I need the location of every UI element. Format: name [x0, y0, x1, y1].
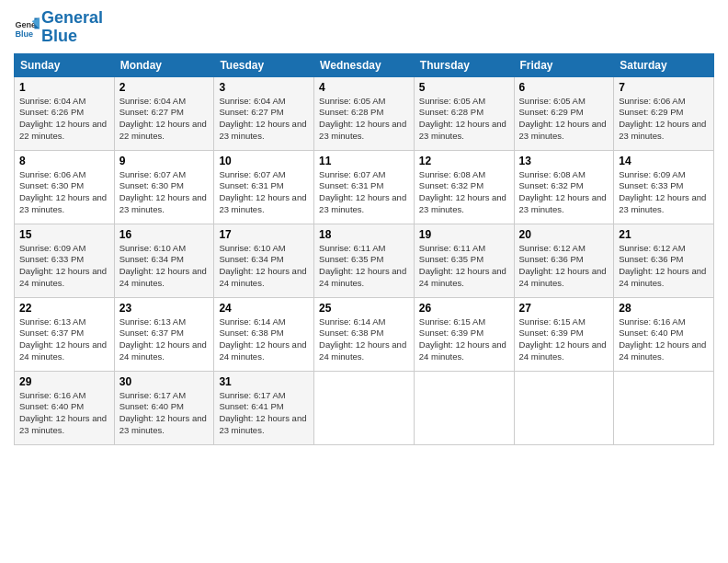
day-info: Sunrise: 6:06 AMSunset: 6:29 PMDaylight:… [619, 96, 709, 143]
day-info: Sunrise: 6:10 AMSunset: 6:34 PMDaylight:… [119, 243, 210, 290]
calendar-cell: 28Sunrise: 6:16 AMSunset: 6:40 PMDayligh… [614, 297, 714, 371]
calendar-cell [614, 371, 714, 444]
calendar-week-1: 1Sunrise: 6:04 AMSunset: 6:26 PMDaylight… [15, 76, 714, 150]
day-info: Sunrise: 6:05 AMSunset: 6:28 PMDaylight:… [419, 96, 509, 143]
day-number: 16 [119, 228, 210, 241]
calendar-cell [514, 371, 614, 444]
calendar-cell: 31Sunrise: 6:17 AMSunset: 6:41 PMDayligh… [214, 371, 314, 444]
svg-text:Blue: Blue [15, 29, 33, 39]
calendar-cell: 16Sunrise: 6:10 AMSunset: 6:34 PMDayligh… [114, 224, 214, 297]
day-number: 29 [19, 375, 109, 388]
day-number: 5 [419, 81, 509, 94]
calendar-dow-thursday: Thursday [414, 53, 514, 76]
calendar-dow-sunday: Sunday [15, 53, 115, 76]
day-number: 15 [19, 228, 109, 241]
calendar-cell: 2Sunrise: 6:04 AMSunset: 6:27 PMDaylight… [114, 76, 214, 150]
calendar-cell: 13Sunrise: 6:08 AMSunset: 6:32 PMDayligh… [514, 150, 614, 224]
calendar-week-4: 22Sunrise: 6:13 AMSunset: 6:37 PMDayligh… [15, 297, 714, 371]
logo-name: GeneralBlue [41, 9, 103, 46]
day-number: 1 [19, 81, 109, 94]
day-info: Sunrise: 6:11 AMSunset: 6:35 PMDaylight:… [419, 243, 509, 290]
day-number: 31 [219, 375, 309, 388]
day-number: 24 [219, 302, 309, 315]
calendar-cell: 22Sunrise: 6:13 AMSunset: 6:37 PMDayligh… [15, 297, 115, 371]
day-info: Sunrise: 6:14 AMSunset: 6:38 PMDaylight:… [319, 316, 409, 363]
day-info: Sunrise: 6:07 AMSunset: 6:31 PMDaylight:… [319, 169, 409, 216]
calendar-cell: 19Sunrise: 6:11 AMSunset: 6:35 PMDayligh… [414, 224, 514, 297]
day-info: Sunrise: 6:09 AMSunset: 6:33 PMDaylight:… [619, 169, 709, 216]
day-number: 3 [219, 81, 309, 94]
page: General Blue GeneralBlue SundayMondayTue… [0, 0, 728, 563]
calendar-cell: 21Sunrise: 6:12 AMSunset: 6:36 PMDayligh… [614, 224, 714, 297]
day-info: Sunrise: 6:14 AMSunset: 6:38 PMDaylight:… [219, 316, 309, 363]
calendar-cell: 27Sunrise: 6:15 AMSunset: 6:39 PMDayligh… [514, 297, 614, 371]
day-number: 20 [519, 228, 609, 241]
day-info: Sunrise: 6:16 AMSunset: 6:40 PMDaylight:… [619, 316, 709, 363]
day-number: 9 [119, 155, 210, 167]
day-number: 11 [319, 155, 409, 167]
day-number: 26 [419, 302, 509, 315]
calendar-cell: 25Sunrise: 6:14 AMSunset: 6:38 PMDayligh… [314, 297, 415, 371]
day-number: 2 [119, 81, 210, 94]
day-info: Sunrise: 6:08 AMSunset: 6:32 PMDaylight:… [519, 169, 609, 216]
calendar-cell: 11Sunrise: 6:07 AMSunset: 6:31 PMDayligh… [314, 150, 415, 224]
day-info: Sunrise: 6:15 AMSunset: 6:39 PMDaylight:… [419, 316, 509, 363]
calendar-cell: 29Sunrise: 6:16 AMSunset: 6:40 PMDayligh… [15, 371, 115, 444]
day-number: 14 [619, 155, 709, 167]
calendar-cell: 14Sunrise: 6:09 AMSunset: 6:33 PMDayligh… [614, 150, 714, 224]
calendar-dow-wednesday: Wednesday [314, 53, 415, 76]
day-number: 13 [519, 155, 609, 167]
calendar-dow-friday: Friday [514, 53, 614, 76]
day-info: Sunrise: 6:05 AMSunset: 6:29 PMDaylight:… [519, 96, 609, 143]
calendar-week-2: 8Sunrise: 6:06 AMSunset: 6:30 PMDaylight… [15, 150, 714, 224]
day-number: 19 [419, 228, 509, 241]
day-info: Sunrise: 6:12 AMSunset: 6:36 PMDaylight:… [519, 243, 609, 290]
calendar-cell: 1Sunrise: 6:04 AMSunset: 6:26 PMDaylight… [15, 76, 115, 150]
calendar-cell [414, 371, 514, 444]
calendar-cell: 4Sunrise: 6:05 AMSunset: 6:28 PMDaylight… [314, 76, 415, 150]
calendar-table: SundayMondayTuesdayWednesdayThursdayFrid… [14, 53, 714, 445]
calendar-week-3: 15Sunrise: 6:09 AMSunset: 6:33 PMDayligh… [15, 224, 714, 297]
day-info: Sunrise: 6:11 AMSunset: 6:35 PMDaylight:… [319, 243, 409, 290]
day-info: Sunrise: 6:07 AMSunset: 6:30 PMDaylight:… [119, 169, 210, 216]
calendar-cell: 5Sunrise: 6:05 AMSunset: 6:28 PMDaylight… [414, 76, 514, 150]
day-info: Sunrise: 6:04 AMSunset: 6:27 PMDaylight:… [119, 96, 210, 143]
day-info: Sunrise: 6:04 AMSunset: 6:27 PMDaylight:… [219, 96, 309, 143]
calendar-cell: 17Sunrise: 6:10 AMSunset: 6:34 PMDayligh… [214, 224, 314, 297]
calendar-cell: 7Sunrise: 6:06 AMSunset: 6:29 PMDaylight… [614, 76, 714, 150]
calendar-cell: 6Sunrise: 6:05 AMSunset: 6:29 PMDaylight… [514, 76, 614, 150]
calendar-cell: 23Sunrise: 6:13 AMSunset: 6:37 PMDayligh… [114, 297, 214, 371]
day-number: 7 [619, 81, 709, 94]
day-info: Sunrise: 6:17 AMSunset: 6:41 PMDaylight:… [219, 390, 309, 437]
calendar-dow-saturday: Saturday [614, 53, 714, 76]
day-info: Sunrise: 6:09 AMSunset: 6:33 PMDaylight:… [19, 243, 109, 290]
day-info: Sunrise: 6:04 AMSunset: 6:26 PMDaylight:… [19, 96, 109, 143]
day-number: 21 [619, 228, 709, 241]
calendar-cell: 26Sunrise: 6:15 AMSunset: 6:39 PMDayligh… [414, 297, 514, 371]
day-number: 4 [319, 81, 409, 94]
day-info: Sunrise: 6:08 AMSunset: 6:32 PMDaylight:… [419, 169, 509, 216]
day-info: Sunrise: 6:16 AMSunset: 6:40 PMDaylight:… [19, 390, 109, 437]
calendar-cell: 3Sunrise: 6:04 AMSunset: 6:27 PMDaylight… [214, 76, 314, 150]
calendar-cell [314, 371, 415, 444]
day-number: 22 [19, 302, 109, 315]
day-info: Sunrise: 6:07 AMSunset: 6:31 PMDaylight:… [219, 169, 309, 216]
calendar-cell: 18Sunrise: 6:11 AMSunset: 6:35 PMDayligh… [314, 224, 415, 297]
day-number: 28 [619, 302, 709, 315]
calendar-cell: 24Sunrise: 6:14 AMSunset: 6:38 PMDayligh… [214, 297, 314, 371]
calendar-cell: 30Sunrise: 6:17 AMSunset: 6:40 PMDayligh… [114, 371, 214, 444]
day-number: 8 [19, 155, 109, 167]
calendar-cell: 20Sunrise: 6:12 AMSunset: 6:36 PMDayligh… [514, 224, 614, 297]
day-number: 18 [319, 228, 409, 241]
day-number: 27 [519, 302, 609, 315]
calendar-header-row: SundayMondayTuesdayWednesdayThursdayFrid… [15, 53, 714, 76]
day-number: 17 [219, 228, 309, 241]
day-info: Sunrise: 6:12 AMSunset: 6:36 PMDaylight:… [619, 243, 709, 290]
calendar-dow-monday: Monday [114, 53, 214, 76]
calendar-week-5: 29Sunrise: 6:16 AMSunset: 6:40 PMDayligh… [15, 371, 714, 444]
day-number: 23 [119, 302, 210, 315]
day-number: 30 [119, 375, 210, 388]
day-info: Sunrise: 6:10 AMSunset: 6:34 PMDaylight:… [219, 243, 309, 290]
calendar-cell: 8Sunrise: 6:06 AMSunset: 6:30 PMDaylight… [15, 150, 115, 224]
calendar-dow-tuesday: Tuesday [214, 53, 314, 76]
